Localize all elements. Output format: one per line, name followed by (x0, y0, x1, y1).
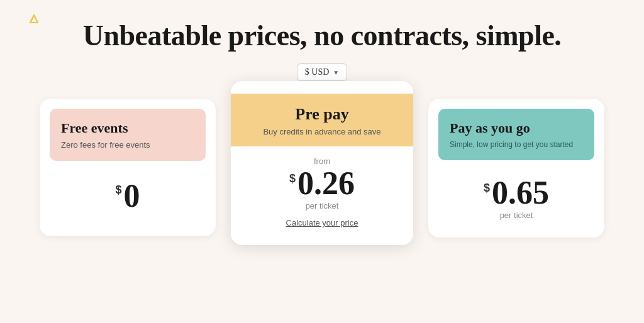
chevron-down-icon: ▼ (333, 69, 339, 76)
prepay-title: Pre pay (243, 105, 401, 124)
paygo-per-ticket: per ticket (500, 211, 533, 220)
currency-label: $ USD (305, 67, 330, 77)
prepay-price: 0.26 (297, 167, 355, 200)
paygo-subtitle: Simple, low pricing to get you started (450, 140, 583, 149)
svg-line-0 (30, 15, 34, 23)
prepay-from-label: from (314, 156, 330, 166)
svg-line-1 (34, 15, 38, 23)
prepay-card: Pre pay Buy credits in advance and save … (231, 81, 413, 245)
prepay-badge: Pre pay Buy credits in advance and save (231, 94, 413, 146)
free-events-badge: Free events Zero fees for free events (50, 109, 206, 161)
prepay-per-ticket: per ticket (306, 201, 339, 211)
pricing-cards-row: Free events Zero fees for free events $ … (33, 99, 611, 245)
currency-selector[interactable]: $ USD ▼ (297, 63, 347, 81)
paygo-price: 0.65 (492, 177, 549, 209)
free-events-card: Free events Zero fees for free events $ … (40, 99, 216, 236)
wavy-top-decoration (231, 81, 413, 94)
free-events-title: Free events (61, 120, 194, 136)
page-wrapper: Unbeatable prices, no contracts, simple.… (0, 0, 644, 323)
free-price: 0 (124, 180, 140, 212)
page-title: Unbeatable prices, no contracts, simple. (83, 19, 562, 52)
paygo-title: Pay as you go (450, 120, 583, 136)
prepay-subtitle: Buy credits in advance and save (243, 127, 401, 136)
free-events-subtitle: Zero fees for free events (61, 140, 194, 150)
calculate-price-link[interactable]: Calculate your price (286, 218, 358, 227)
paygo-currency-sym: $ (484, 182, 490, 195)
free-currency-sym: $ (115, 183, 121, 197)
prepay-currency-sym: $ (289, 172, 296, 185)
sparkle-icon (24, 14, 44, 38)
paygo-badge: Pay as you go Simple, low pricing to get… (438, 109, 594, 160)
paygo-card: Pay as you go Simple, low pricing to get… (428, 99, 604, 238)
